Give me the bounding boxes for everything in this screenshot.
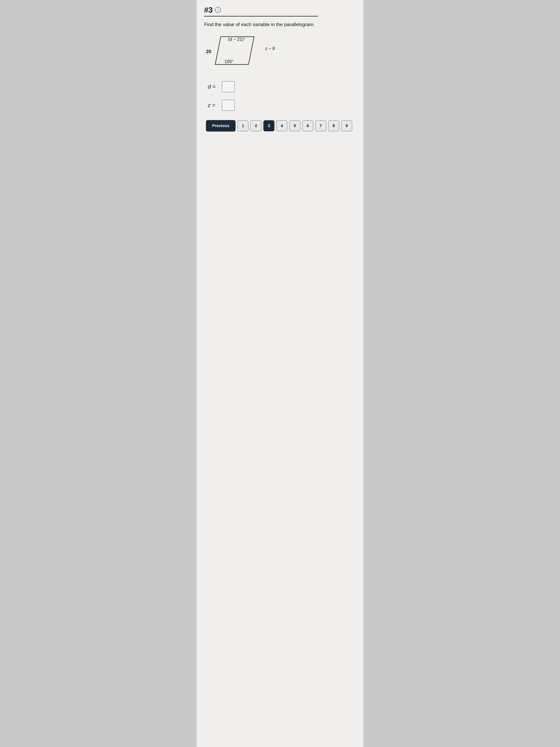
top-angle-label: (d − 21)°: [228, 37, 245, 42]
problem-text: Find the value of each variable in the p…: [204, 22, 356, 27]
header-divider: [204, 16, 318, 17]
info-icon[interactable]: i: [215, 7, 221, 13]
answer-z-row: z =: [208, 100, 356, 111]
page-container: #3 i Find the value of each variable in …: [197, 0, 363, 747]
previous-button[interactable]: Previous: [206, 120, 236, 132]
side-label-20: 20: [206, 49, 211, 54]
page-btn-1[interactable]: 1: [237, 120, 248, 131]
bottom-angle-label: 105°: [224, 59, 234, 64]
problem-header: #3 i: [204, 5, 356, 15]
diagram-area: 20 (d − 21)° z − 8 105°: [212, 35, 286, 72]
page-btn-5[interactable]: 5: [289, 120, 300, 131]
page-btn-2[interactable]: 2: [250, 120, 262, 131]
z-label: z =: [208, 102, 219, 108]
page-btn-7[interactable]: 7: [315, 120, 326, 131]
right-side-label: z − 8: [265, 46, 275, 51]
problem-number: #3: [204, 5, 213, 15]
d-label: d =: [208, 83, 219, 90]
d-input[interactable]: [222, 81, 235, 92]
pagination-bar: Previous 1 2 3 4 5 6 7 8 9: [206, 120, 356, 132]
page-btn-3[interactable]: 3: [263, 120, 274, 131]
page-btn-9[interactable]: 9: [341, 120, 352, 131]
answer-d-row: d =: [208, 81, 356, 92]
page-btn-4[interactable]: 4: [276, 120, 287, 131]
page-btn-6[interactable]: 6: [302, 120, 313, 131]
z-input[interactable]: [222, 100, 235, 111]
page-btn-8[interactable]: 8: [328, 120, 339, 131]
